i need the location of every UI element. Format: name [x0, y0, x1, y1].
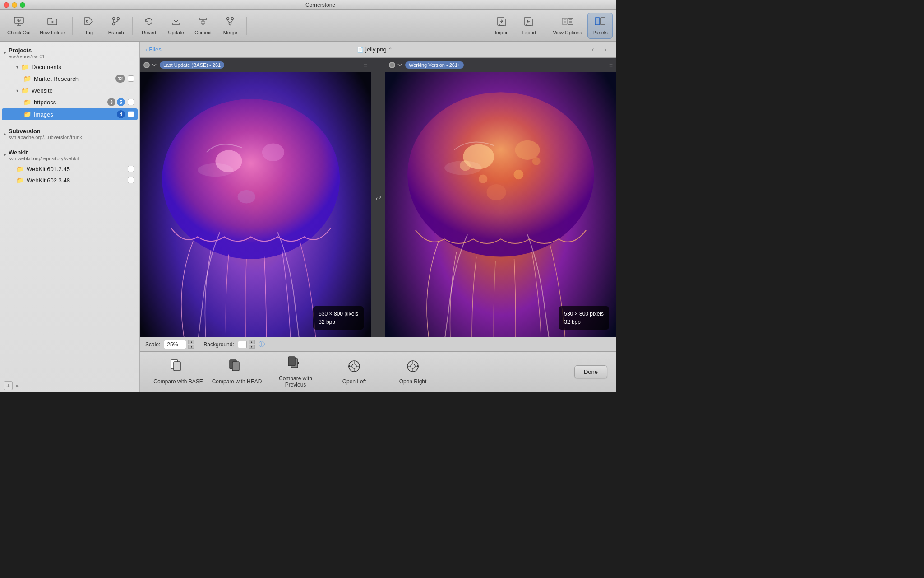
compare-previous-icon: [287, 356, 304, 373]
scale-value: 25%: [164, 340, 186, 349]
svg-point-24: [238, 190, 255, 204]
bg-selector[interactable]: ▲ ▼: [238, 340, 255, 349]
update-label: Update: [168, 30, 184, 35]
svg-point-21: [162, 99, 340, 259]
diff-panel-right-header: Working Version - 261+ ≡: [385, 58, 616, 72]
new-folder-button[interactable]: New Folder: [36, 13, 69, 39]
export-label: Export: [522, 30, 536, 35]
sidebar-item-market-research[interactable]: 📁 Market Research 12: [2, 73, 138, 84]
webkit-601-checkbox[interactable]: [128, 166, 134, 172]
open-left-button[interactable]: Open Left: [325, 355, 383, 389]
titlebar: Cornerstone: [0, 0, 616, 10]
bg-down-button[interactable]: ▼: [249, 345, 255, 349]
bg-box: [238, 341, 247, 348]
svg-point-32: [479, 174, 488, 183]
compare-previous-label: Compare with Previous: [270, 375, 321, 388]
httpdocs-badge1: 3: [107, 98, 116, 106]
right-pixel-info-line1: 530 × 800 pixels: [564, 310, 604, 318]
tag-button[interactable]: Tag: [76, 13, 102, 39]
file-icon: 📄: [357, 47, 364, 53]
sidebar-item-images[interactable]: 📁 Images 4: [2, 108, 138, 120]
scale-down-button[interactable]: ▼: [188, 345, 194, 349]
info-icon[interactable]: ⓘ: [259, 340, 265, 349]
nav-prev-button[interactable]: ‹: [587, 44, 598, 55]
projects-group-header[interactable]: ▾ Projects eos/repos/zw-01: [0, 45, 139, 61]
right-version-selector[interactable]: [389, 62, 402, 68]
right-pixel-info-line2: 32 bpp: [564, 318, 604, 326]
right-pixel-info: 530 × 800 pixels 32 bpp: [559, 306, 609, 330]
market-research-label: Market Research: [34, 75, 113, 82]
compare-base-button[interactable]: Compare with BASE: [149, 355, 208, 389]
diff-panels: Last Update (BASE) - 261 ≡: [140, 58, 616, 337]
panels-button[interactable]: Panels: [587, 13, 613, 39]
export-button[interactable]: Export: [516, 13, 541, 39]
sidebar-item-webkit-601[interactable]: 📁 WebKit 601.2.45: [2, 163, 138, 174]
open-right-button[interactable]: Open Right: [383, 355, 442, 389]
market-research-checkbox[interactable]: [128, 75, 134, 82]
update-icon: [171, 16, 181, 29]
svg-point-5: [227, 17, 229, 19]
sidebar-item-webkit-602[interactable]: 📁 WebKit 602.3.48: [2, 175, 138, 186]
images-badge: 4: [117, 110, 125, 118]
commit-icon: [198, 16, 208, 29]
left-version-text: Last Update (BASE) - 261: [163, 62, 221, 68]
nav-next-button[interactable]: ›: [600, 44, 611, 55]
left-panel-menu-button[interactable]: ≡: [364, 61, 367, 69]
swap-icon: ⇄: [375, 193, 381, 202]
compare-head-label: Compare with HEAD: [212, 378, 262, 385]
scale-stepper[interactable]: ▲ ▼: [188, 340, 194, 349]
httpdocs-checkbox[interactable]: [128, 99, 134, 105]
close-button[interactable]: [4, 2, 9, 8]
diff-panel-left-header: Last Update (BASE) - 261 ≡: [140, 58, 371, 72]
add-button[interactable]: +: [4, 381, 13, 390]
merge-button[interactable]: Merge: [217, 13, 243, 39]
left-version-selector[interactable]: [143, 62, 157, 68]
maximize-button[interactable]: [20, 2, 25, 8]
back-button[interactable]: ‹ Files: [145, 46, 162, 53]
sidebar-item-documents[interactable]: ▾ 📁 Documents: [2, 61, 138, 72]
webkit-subtitle: svn.webkit.org/repository/webkit: [9, 156, 136, 161]
toolbar-sep-4: [545, 17, 545, 35]
update-button[interactable]: Update: [163, 13, 189, 39]
checkout-button[interactable]: Check Out: [4, 13, 34, 39]
view-options-button[interactable]: View Options: [549, 13, 586, 39]
commit-button[interactable]: Commit: [190, 13, 216, 39]
swap-button[interactable]: ⇄: [371, 58, 385, 337]
merge-icon: [225, 16, 236, 29]
right-image-area: 530 × 800 pixels 32 bpp: [385, 72, 616, 337]
main-layout: ▾ Projects eos/repos/zw-01 ▾ 📁 Documents…: [0, 42, 616, 392]
sidebar-item-website[interactable]: ▾ 📁 Website: [2, 85, 138, 96]
scale-up-button[interactable]: ▲: [188, 340, 194, 344]
right-dropdown-icon: [397, 62, 402, 68]
subversion-group-header[interactable]: ▸ Subversion svn.apache.org/...ubversion…: [0, 126, 139, 142]
add-label: ▸: [16, 382, 19, 389]
export-icon: [523, 16, 534, 29]
open-left-label: Open Left: [342, 378, 366, 385]
revert-icon: [143, 16, 154, 29]
compare-head-button[interactable]: Compare with HEAD: [208, 355, 266, 389]
scale-input[interactable]: 25% ▲ ▼: [164, 340, 194, 349]
webkit-602-checkbox[interactable]: [128, 177, 134, 183]
left-pixel-info-line2: 32 bpp: [319, 318, 358, 326]
minimize-button[interactable]: [12, 2, 17, 8]
bg-up-button[interactable]: ▲: [249, 340, 255, 344]
sidebar: ▾ Projects eos/repos/zw-01 ▾ 📁 Documents…: [0, 42, 140, 392]
bg-stepper[interactable]: ▲ ▼: [249, 340, 255, 349]
images-checkbox[interactable]: [128, 111, 134, 117]
done-button[interactable]: Done: [574, 365, 607, 378]
import-button[interactable]: Import: [489, 13, 514, 39]
back-arrow-icon: ‹: [145, 46, 147, 53]
branch-button[interactable]: Branch: [103, 13, 129, 39]
svg-point-7: [229, 23, 231, 25]
scale-bar: Scale: 25% ▲ ▼ Background: ▲ ▼ ⓘ: [140, 337, 616, 351]
right-panel-menu-button[interactable]: ≡: [609, 61, 613, 69]
compare-previous-button[interactable]: Compare with Previous: [266, 355, 325, 389]
sidebar-item-httpdocs[interactable]: 📁 httpdocs 3 5: [2, 96, 138, 108]
folder-icon-4: 📁: [23, 98, 31, 106]
httpdocs-badge2: 5: [117, 98, 125, 106]
revert-button[interactable]: Revert: [136, 13, 162, 39]
webkit-title: Webkit: [9, 149, 136, 156]
webkit-group-header[interactable]: ▾ Webkit svn.webkit.org/repository/webki…: [0, 147, 139, 163]
svg-point-23: [262, 144, 284, 161]
toolbar: Check Out New Folder Tag: [0, 10, 616, 42]
